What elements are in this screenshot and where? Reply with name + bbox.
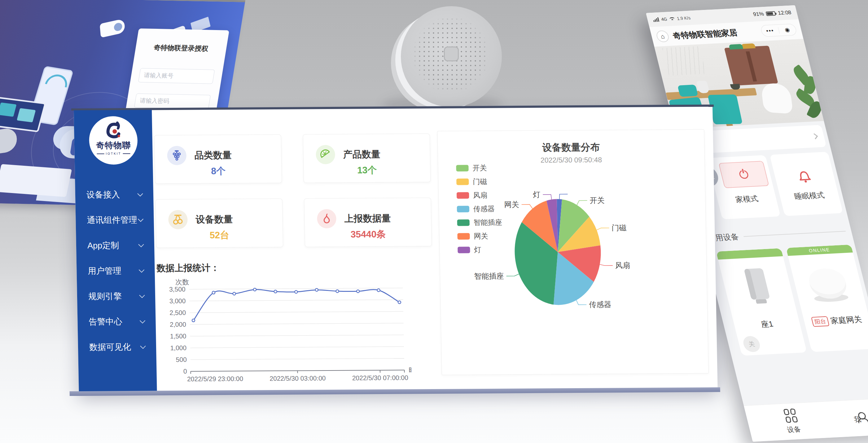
sidebar: 奇特物聯 IOTKIT 设备接入 通讯组件管理 App定制 用户管理 规则引擎 … (74, 110, 157, 391)
signal-bars-icon (653, 17, 659, 22)
home-icon[interactable]: ⌂ (655, 30, 670, 42)
mode-card-1[interactable]: 睡眠模式 (770, 152, 843, 216)
data-report-line-chart: 05001,0001,5002,0002,5003,0003,5002022/5… (159, 277, 412, 385)
power-icon (739, 170, 749, 179)
controller-illustration (0, 127, 17, 157)
legend-label: 灯 (474, 245, 482, 255)
line-chart-heading: 数据上报统计： (156, 262, 220, 275)
gateway-icon (788, 252, 868, 317)
legend-item-2[interactable]: 风扇 (457, 191, 502, 200)
common-devices-header: 常用设备 (706, 226, 847, 243)
composite-scene: 奇特物联登录授权 登录 4G 1.9 K/s 91% 12:08 ⌂ (0, 0, 868, 443)
chair-illustration (678, 85, 698, 97)
cabinet-illustration (724, 45, 778, 86)
legend-label: 智能插座 (473, 218, 502, 228)
legend-label: 传感器 (473, 204, 495, 214)
tab-label: 设备 (786, 425, 802, 435)
stat-card-title: 设备数量 (195, 213, 233, 226)
svg-text:智能插座: 智能插座 (474, 272, 504, 280)
sidebar-item-5[interactable]: 告警中心 (78, 309, 156, 335)
network-type-label: 4G (661, 17, 668, 22)
location-tag: 阳台 (811, 316, 830, 326)
legend-item-6[interactable]: 灯 (458, 245, 503, 255)
smart-speaker-device (400, 6, 502, 108)
buildings-illustration (0, 164, 72, 197)
power-button[interactable] (718, 161, 769, 188)
device-label: 座1 (760, 319, 774, 329)
white-chair-illustration (761, 83, 793, 114)
sidebar-item-2[interactable]: App定制 (76, 232, 154, 258)
close-circle-icon[interactable]: ◉ (778, 26, 797, 34)
legend-swatch (457, 206, 469, 212)
account-field[interactable] (138, 68, 215, 84)
more-menu-icon[interactable]: ••• (761, 27, 780, 34)
toggle-badge[interactable]: 关 (742, 336, 762, 352)
sidebar-item-1[interactable]: 通讯组件管理 (75, 207, 154, 233)
pear-icon (317, 209, 336, 228)
rabbit-logo-icon (103, 121, 124, 140)
mode-label: 睡眠模式 (793, 190, 826, 202)
legend-item-5[interactable]: 网关 (457, 231, 502, 241)
logo-subtitle: IOTKIT (97, 152, 130, 156)
stat-card-0: 品类数量 8个 (154, 134, 282, 184)
svg-text:1,500: 1,500 (170, 333, 186, 340)
stat-card-value: 8个 (155, 164, 282, 178)
monitor-illustration (0, 97, 46, 132)
bell-icon (793, 167, 815, 186)
stat-card-title: 品类数量 (194, 149, 232, 162)
legend-item-0[interactable]: 开关 (456, 163, 501, 173)
svg-text:2,500: 2,500 (169, 309, 186, 316)
svg-text:次数: 次数 (175, 278, 189, 286)
chevron-down-icon (137, 191, 143, 196)
ceiling-light-rays (662, 46, 706, 75)
clock-label: 12:08 (777, 10, 792, 17)
svg-text:时间: 时间 (409, 366, 412, 374)
sidebar-item-label: 通讯组件管理 (87, 214, 137, 226)
stat-card-title: 产品数量 (343, 148, 380, 161)
stat-card-value: 13个 (304, 164, 430, 177)
device-label: 家庭网关 (830, 314, 863, 326)
battery-icon (766, 11, 776, 16)
sidebar-item-4[interactable]: 规则引擎 (77, 283, 155, 309)
chevron-down-icon (140, 318, 145, 323)
sidebar-menu: 设备接入 通讯组件管理 App定制 用户管理 规则引擎 告警中心 数据可见化 (75, 182, 156, 360)
legend-item-1[interactable]: 门磁 (456, 177, 501, 187)
camera-illustration (100, 19, 125, 38)
legend-item-4[interactable]: 智能插座 (457, 218, 502, 228)
sidebar-item-label: 数据可见化 (89, 341, 131, 353)
sidebar-item-0[interactable]: 设备接入 (75, 182, 153, 208)
iot-dashboard: 奇特物聯 IOTKIT 设备接入 通讯组件管理 App定制 用户管理 规则引擎 … (74, 106, 718, 391)
tab-1[interactable]: 我 (852, 412, 862, 424)
grapes-icon (167, 146, 186, 165)
chevron-down-icon (139, 267, 144, 272)
legend-swatch (458, 247, 470, 253)
legend-swatch (456, 179, 469, 185)
logo-title: 奇特物聯 (96, 140, 131, 151)
tab-0[interactable]: 设备 (782, 408, 802, 434)
stat-card-1: 产品数量 13个 (303, 133, 431, 183)
grid-icon (783, 409, 798, 423)
chevron-right-icon (812, 133, 818, 139)
svg-text:灯: 灯 (533, 190, 540, 198)
svg-text:500: 500 (176, 356, 187, 363)
chair-illustration (708, 94, 743, 125)
sidebar-item-3[interactable]: 用户管理 (76, 258, 155, 284)
svg-text:2022/5/30 07:00:00: 2022/5/30 07:00:00 (352, 374, 408, 381)
svg-text:1,000: 1,000 (170, 344, 186, 351)
mode-label: 家模式 (735, 194, 759, 204)
sidebar-item-label: 规则引擎 (88, 291, 122, 302)
legend-swatch (456, 165, 468, 171)
legend-swatch (457, 219, 470, 226)
pie-legend: 开关 门磁 风扇 传感器 智能插座 网关 灯 (456, 163, 502, 255)
svg-text:3,500: 3,500 (169, 286, 186, 293)
stat-card-title: 上报数据量 (344, 212, 391, 225)
legend-label: 风扇 (473, 191, 488, 200)
app-title: 奇特物联智能家居 (672, 27, 739, 41)
chevron-down-icon (138, 241, 144, 247)
login-title: 奇特物联登录授权 (143, 43, 219, 54)
legend-label: 网关 (474, 231, 488, 241)
password-field[interactable] (134, 94, 211, 109)
svg-text:开关: 开关 (590, 196, 604, 204)
sidebar-item-6[interactable]: 数据可见化 (78, 334, 156, 360)
legend-item-3[interactable]: 传感器 (457, 204, 502, 214)
